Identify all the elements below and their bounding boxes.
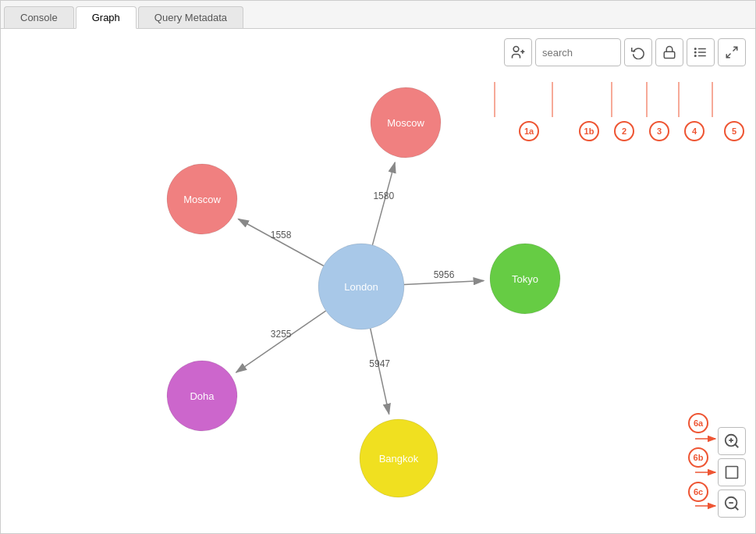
- list-button[interactable]: [687, 38, 715, 66]
- svg-point-38: [490, 244, 560, 314]
- tab-console[interactable]: Console: [4, 6, 74, 28]
- app-container: Console Graph Query Metadata: [0, 0, 756, 534]
- graph-area: 1a 1b 2 3 4 5 6a 6b 6c: [1, 29, 755, 533]
- svg-line-28: [236, 311, 326, 372]
- svg-text:5956: 5956: [434, 269, 455, 280]
- svg-point-9: [695, 55, 697, 57]
- tab-query-metadata[interactable]: Query Metadata: [138, 6, 243, 28]
- svg-text:1580: 1580: [373, 190, 394, 201]
- svg-line-13: [735, 444, 738, 447]
- svg-line-18: [735, 507, 738, 510]
- tab-graph[interactable]: Graph: [76, 6, 137, 29]
- annotation-1b: 1b: [579, 121, 599, 141]
- node-moscow2[interactable]: Moscow: [167, 164, 237, 234]
- svg-text:1558: 1558: [271, 230, 292, 240]
- svg-point-0: [513, 47, 519, 52]
- svg-line-24: [238, 219, 323, 266]
- lock-button[interactable]: [655, 38, 683, 66]
- svg-line-11: [726, 54, 730, 58]
- annotation-6a: 6a: [688, 413, 708, 433]
- svg-rect-16: [726, 467, 738, 479]
- annotation-3: 3: [649, 121, 669, 141]
- tab-bar: Console Graph Query Metadata: [1, 1, 755, 29]
- svg-point-40: [167, 361, 237, 431]
- svg-point-34: [371, 87, 441, 158]
- graph-svg: 15801558595632555947LondonMoscowMoscowTo…: [1, 29, 755, 533]
- annotation-4: 4: [684, 121, 705, 141]
- svg-point-32: [318, 244, 404, 329]
- node-london[interactable]: London: [318, 244, 404, 329]
- node-bangkok[interactable]: Bangkok: [360, 419, 438, 497]
- svg-text:5947: 5947: [369, 358, 390, 369]
- svg-line-26: [404, 281, 484, 285]
- expand-button[interactable]: [718, 38, 746, 66]
- annotation-6b: 6b: [688, 447, 708, 468]
- svg-point-8: [695, 52, 697, 53]
- svg-point-36: [167, 164, 237, 234]
- annotation-1a: 1a: [519, 121, 539, 141]
- svg-rect-3: [664, 52, 675, 58]
- refresh-button[interactable]: [624, 38, 652, 66]
- annotation-2: 2: [614, 121, 634, 141]
- annotation-6c: 6c: [688, 482, 708, 502]
- annotation-5: 5: [724, 121, 744, 141]
- node-moscow1[interactable]: Moscow: [371, 87, 441, 158]
- person-filter-button[interactable]: [504, 38, 532, 66]
- zoom-controls: [718, 427, 746, 518]
- svg-line-22: [372, 162, 395, 245]
- node-doha[interactable]: Doha: [167, 361, 237, 431]
- zoom-out-button[interactable]: [718, 490, 746, 518]
- svg-line-10: [733, 47, 737, 51]
- svg-text:3255: 3255: [271, 329, 292, 340]
- toolbar: [504, 38, 746, 66]
- node-tokyo[interactable]: Tokyo: [490, 244, 560, 314]
- svg-line-30: [371, 329, 389, 415]
- svg-point-7: [695, 48, 697, 50]
- svg-point-42: [360, 419, 438, 497]
- zoom-in-button[interactable]: [718, 427, 746, 455]
- search-input[interactable]: [535, 38, 621, 66]
- zoom-fit-button[interactable]: [718, 458, 746, 486]
